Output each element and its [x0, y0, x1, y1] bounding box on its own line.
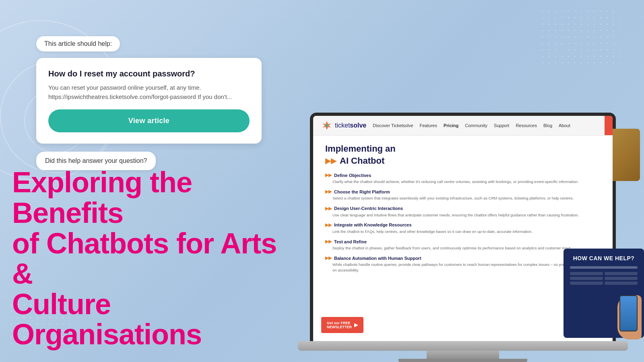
nav-resources[interactable]: Resources	[516, 123, 537, 128]
step-1-title: Define Objectives	[334, 173, 371, 178]
laptop-stand	[427, 351, 499, 359]
chat-card: How do I reset my account password? You …	[36, 58, 262, 144]
step-arrow-3: ▶▶	[325, 206, 332, 211]
nav-features[interactable]: Features	[420, 123, 437, 128]
ticketsolve-logo: ticketsolve	[321, 120, 366, 131]
site-heading-line1: Implementing an	[325, 144, 601, 154]
help-panel-title: HOW CAN WE HELP?	[570, 255, 638, 261]
headline-text: Exploring the Benefits of Chatbots for A…	[12, 167, 294, 350]
left-panel: This article should help: How do I reset…	[24, 16, 318, 170]
nav-accent-bar	[605, 116, 613, 135]
headline-line3: Culture Organisations	[12, 288, 202, 351]
site-heading-line2: ▶▶ AI Chatbot	[325, 156, 601, 166]
help-btn-1[interactable]	[570, 272, 603, 275]
step-4-desc: Link the chatbot to FAQs, help centres, …	[325, 229, 601, 234]
step-3-title: Design User-Centric Interactions	[334, 206, 403, 211]
help-btn-6[interactable]	[605, 282, 638, 285]
step-4-title: Integrate with Knowledge Resources	[334, 222, 412, 227]
step-2-desc: Select a chatbot system that integrates …	[325, 195, 601, 201]
step-6-desc: While chatbots handle routine queries, p…	[325, 262, 601, 273]
nav-pricing[interactable]: Pricing	[444, 123, 458, 128]
laptop-mockup: ticketsolve Discover Ticketsolve Feature…	[298, 113, 628, 362]
phone-shape	[619, 295, 638, 331]
step-2-title: Choose the Right Platform	[334, 189, 390, 194]
view-article-button[interactable]: View article	[48, 109, 250, 132]
chat-question: How do I reset my account password?	[48, 69, 250, 78]
step-6: ▶▶ Balance Automation with Human Support…	[325, 255, 601, 273]
step-arrow-4: ▶▶	[325, 222, 332, 228]
nav-blog[interactable]: Blog	[543, 123, 552, 128]
newsletter-arrow-icon: ▶	[354, 322, 358, 328]
step-5-desc: Deploy the chatbot in phases, gather fee…	[325, 245, 601, 251]
help-search-bar[interactable]	[570, 266, 638, 269]
nav-support[interactable]: Support	[494, 123, 510, 128]
help-btn-2[interactable]	[605, 272, 638, 275]
step-5: ▶▶ Test and Refine Deploy the chatbot in…	[325, 239, 601, 251]
step-2: ▶▶ Choose the Right Platform Select a ch…	[325, 189, 601, 201]
chat-area: This article should help: How do I reset…	[36, 36, 318, 170]
step-3-desc: Use clear language and intuitive flows t…	[325, 212, 601, 218]
help-btn-4[interactable]	[605, 277, 638, 280]
headline-section: Exploring the Benefits of Chatbots for A…	[12, 167, 294, 350]
orange-arrows: ▶▶	[325, 156, 336, 165]
laptop-base	[298, 341, 628, 351]
website-nav: ticketsolve Discover Ticketsolve Feature…	[313, 116, 613, 136]
headline-line2: of Chatbots for Arts &	[12, 227, 277, 290]
help-buttons-grid	[570, 272, 638, 285]
article-label: This article should help:	[36, 36, 120, 51]
nav-discover[interactable]: Discover Ticketsolve	[373, 123, 413, 128]
laptop-foot	[398, 359, 527, 362]
chat-answer: You can reset your password online yours…	[48, 83, 250, 101]
step-4: ▶▶ Integrate with Knowledge Resources Li…	[325, 222, 601, 234]
help-btn-5[interactable]	[570, 282, 603, 285]
step-1: ▶▶ Define Objectives Clarify what the ch…	[325, 173, 601, 184]
phone-screen	[620, 296, 637, 331]
step-3: ▶▶ Design User-Centric Interactions Use …	[325, 206, 601, 218]
step-arrow-1: ▶▶	[325, 173, 332, 178]
nav-community[interactable]: Community	[465, 123, 487, 128]
step-5-title: Test and Refine	[334, 239, 367, 244]
help-panel-card: HOW CAN WE HELP?	[564, 249, 644, 338]
steps-list: ▶▶ Define Objectives Clarify what the ch…	[325, 173, 601, 273]
nav-about[interactable]: About	[559, 123, 570, 128]
step-arrow-5: ▶▶	[325, 239, 332, 244]
help-btn-3[interactable]	[570, 277, 603, 280]
step-1-desc: Clarify what the chatbot should achieve,…	[325, 179, 601, 184]
right-panel: ticketsolve Discover Ticketsolve Feature…	[318, 16, 620, 362]
newsletter-label: Get our FREENEWSLETTER	[327, 321, 352, 329]
step-arrow-2: ▶▶	[325, 189, 332, 194]
headline-line1: Exploring the Benefits	[12, 166, 192, 229]
newsletter-button[interactable]: Get our FREENEWSLETTER ▶	[321, 317, 363, 333]
step-6-title: Balance Automation with Human Support	[334, 256, 421, 261]
website-main-column: Implementing an ▶▶ AI Chatbot ▶▶	[325, 144, 601, 278]
step-arrow-6: ▶▶	[325, 255, 332, 261]
